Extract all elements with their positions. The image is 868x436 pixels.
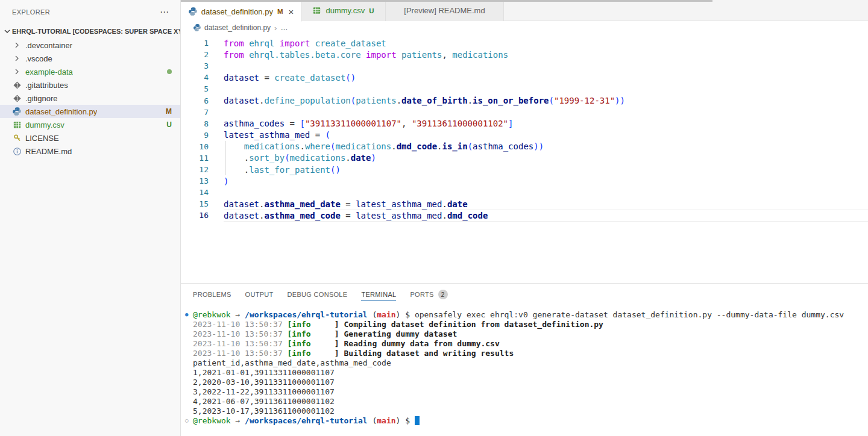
code-line-13[interactable]: 13) — [181, 175, 868, 187]
code-token: ( — [326, 130, 330, 140]
code-line-3[interactable]: 3 — [181, 60, 868, 72]
code-line-content: latest_asthma_med = ( — [224, 129, 868, 141]
workspace-section-header[interactable]: EHRQL-TUTORIAL [CODESPACES: SUPER SPACE … — [0, 24, 180, 39]
code-line-content — [224, 187, 868, 198]
code-line-2[interactable]: 2from ehrql.tables.beta.core import pati… — [181, 49, 868, 60]
code-token: . — [259, 96, 264, 105]
more-actions-icon[interactable]: ⋯ — [160, 7, 169, 17]
terminal-token: /workspaces/ehrql-tutorial — [245, 416, 368, 425]
code-token: is_on_or_before — [473, 96, 549, 105]
tab-dummy-csv[interactable]: dummy.csvU — [301, 0, 386, 21]
sidebar-item-readme-md[interactable]: README.md — [0, 145, 180, 158]
panel-tab-output[interactable]: OUTPUT — [245, 284, 274, 305]
code-token: . — [300, 142, 304, 151]
panel-tab-ports[interactable]: PORTS2 — [410, 284, 447, 305]
sidebar-item-dataset-definition-py[interactable]: dataset_definition.pyM — [0, 105, 180, 118]
terminal-line-3: 2023-11-10 13:50:37 [info ] Generating d… — [193, 329, 868, 338]
terminal-token: ] Generating dummy dataset — [335, 329, 458, 338]
panel-tab-label: DEBUG CONSOLE — [288, 291, 348, 298]
code-token: . — [345, 153, 350, 163]
tab-label: [Preview] README.md — [404, 6, 485, 15]
terminal-token: 2023-11-10 13:50:37 — [193, 320, 288, 329]
code-line-10[interactable]: 10 medications.where(medications.dmd_cod… — [181, 141, 868, 152]
git-status-badge: U — [369, 7, 374, 14]
code-line-14[interactable]: 14 — [181, 187, 868, 198]
code-token: "39113611000001102" — [412, 119, 508, 128]
code-line-12[interactable]: 12 .last_for_patient() — [181, 164, 868, 175]
terminal-token: → — [231, 416, 245, 425]
code-line-11[interactable]: 11 .sort_by(medications.date) — [181, 152, 868, 164]
code-token — [224, 142, 244, 151]
sidebar-item-license[interactable]: LICENSE — [0, 131, 180, 145]
sidebar-item-vscode[interactable]: .vscode — [0, 52, 180, 65]
code-line-content: ) — [224, 175, 868, 187]
code-line-content: .last_for_patient() — [224, 164, 868, 175]
tab-dataset-definition-py[interactable]: dataset_definition.pyM× — [181, 0, 301, 22]
code-token: dataset — [224, 211, 259, 220]
code-editor[interactable]: 1from ehrql import create_dataset2from e… — [181, 34, 868, 283]
code-line-1[interactable]: 1from ehrql import create_dataset — [181, 37, 868, 49]
breadcrumb-more[interactable]: … — [280, 23, 288, 32]
code-token: . — [391, 142, 396, 151]
sidebar-item-example-data[interactable]: example-data — [0, 65, 180, 78]
tabbar-scrollbar[interactable] — [181, 0, 712, 2]
terminal[interactable]: ●@rebkwok → /workspaces/ehrql-tutorial (… — [181, 305, 868, 436]
code-token: . — [259, 211, 264, 220]
code-line-9[interactable]: 9latest_asthma_med = ( — [181, 129, 868, 141]
code-token: asthma_med_code — [264, 211, 340, 220]
breadcrumb-file[interactable]: dataset_definition.py — [204, 23, 271, 32]
code-line-content: dataset.define_population(patients.date_… — [224, 95, 868, 106]
line-number: 10 — [181, 142, 209, 151]
tab-preview-readme-md[interactable]: [Preview] README.md — [386, 0, 504, 21]
code-token: = — [341, 211, 356, 220]
panel-tab-label: PORTS — [410, 291, 433, 298]
code-line-8[interactable]: 8asthma_codes = ["39113311000001107", "3… — [181, 118, 868, 129]
panel-tab-debug-console[interactable]: DEBUG CONSOLE — [288, 284, 348, 305]
sidebar-item-gitignore[interactable]: .gitignore — [0, 92, 180, 105]
code-token — [310, 39, 315, 48]
code-token: ( — [549, 96, 554, 105]
panel-tabbar: PROBLEMSOUTPUTDEBUG CONSOLETERMINALPORTS… — [181, 284, 868, 305]
code-token: ( — [351, 96, 356, 105]
panel-tab-problems[interactable]: PROBLEMS — [193, 284, 231, 305]
breadcrumb[interactable]: dataset_definition.py › … — [181, 21, 868, 34]
chevron-down-icon — [2, 26, 12, 36]
code-line-content: asthma_codes = ["39113311000001107", "39… — [224, 118, 868, 129]
python-icon — [193, 23, 201, 32]
code-token: ehrql.tables.beta.core — [249, 50, 360, 60]
code-line-7[interactable]: 7 — [181, 107, 868, 118]
code-line-15[interactable]: 15dataset.asthma_med_date = latest_asthm… — [181, 198, 868, 210]
code-token: ehrql — [249, 39, 274, 48]
terminal-line-5: 2023-11-10 13:50:37 [info ] Building dat… — [193, 348, 868, 358]
git-icon — [12, 93, 22, 103]
code-line-content: dataset = create_dataset() — [224, 72, 868, 83]
terminal-line-4: 2023-11-10 13:50:37 [info ] Reading dumm… — [193, 338, 868, 348]
sidebar-item-gitattributes[interactable]: .gitattributes — [0, 78, 180, 92]
indent-guide — [225, 141, 226, 152]
bottom-panel: PROBLEMSOUTPUTDEBUG CONSOLETERMINALPORTS… — [181, 283, 868, 436]
close-icon[interactable]: × — [289, 7, 294, 16]
code-line-4[interactable]: 4dataset = create_dataset() — [181, 72, 868, 83]
terminal-token: @rebkwok — [193, 310, 231, 319]
sidebar-item-devcontainer[interactable]: .devcontainer — [0, 39, 180, 52]
file-label: .vscode — [25, 54, 52, 63]
code-token: ( — [285, 153, 289, 163]
terminal-token: main — [377, 416, 395, 425]
terminal-cursor — [415, 416, 420, 425]
panel-tab-terminal[interactable]: TERMINAL — [361, 284, 396, 305]
code-line-6[interactable]: 6dataset.define_population(patients.date… — [181, 95, 868, 106]
code-line-16[interactable]: 16dataset.asthma_med_code = latest_asthm… — [181, 210, 868, 221]
code-token: from — [224, 50, 244, 60]
terminal-token: opensafely exec ehrql:v0 generate-datase… — [415, 310, 844, 319]
code-token: asthma_med_date — [264, 199, 340, 209]
line-number: 16 — [181, 211, 209, 220]
terminal-line-8: 2,2020-03-10,39113311000001107 — [193, 377, 868, 387]
code-token: from — [224, 39, 244, 48]
code-token: define_population — [264, 96, 350, 105]
terminal-token: [info — [288, 349, 311, 358]
terminal-token: /workspaces/ehrql-tutorial — [245, 310, 368, 319]
code-line-5[interactable]: 5 — [181, 83, 868, 95]
sidebar-item-dummy-csv[interactable]: dummy.csvU — [0, 118, 180, 131]
code-token: = — [285, 119, 300, 128]
code-token: sort_by — [249, 153, 285, 163]
